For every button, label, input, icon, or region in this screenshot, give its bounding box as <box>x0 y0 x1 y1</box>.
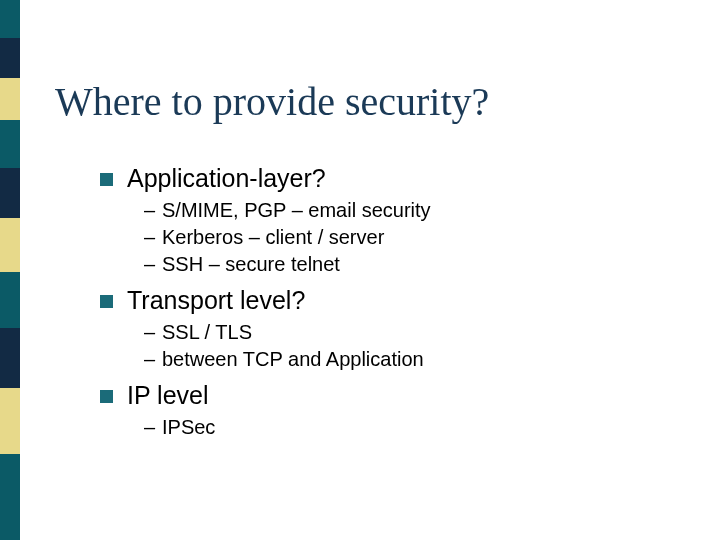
sub-bullet: –between TCP and Application <box>144 346 660 373</box>
deco-stripe <box>0 38 20 78</box>
sub-bullet: –IPSec <box>144 414 660 441</box>
deco-stripe <box>0 328 20 388</box>
sub-list: –S/MIME, PGP – email security –Kerberos … <box>144 197 660 278</box>
deco-stripe <box>0 388 20 454</box>
bullet-level1: Transport level? <box>100 286 660 315</box>
deco-stripe <box>0 272 20 328</box>
deco-stripe <box>0 218 20 272</box>
deco-stripe <box>0 120 20 168</box>
sub-bullet-text: S/MIME, PGP – email security <box>162 199 431 221</box>
sub-bullet-text: SSL / TLS <box>162 321 252 343</box>
sub-bullet: –SSL / TLS <box>144 319 660 346</box>
sub-bullet-text: IPSec <box>162 416 215 438</box>
sub-list: –SSL / TLS –between TCP and Application <box>144 319 660 373</box>
sub-list: –IPSec <box>144 414 660 441</box>
sub-bullet-text: Kerberos – client / server <box>162 226 384 248</box>
bullet-text: Application-layer? <box>127 164 326 193</box>
bullet-level1: IP level <box>100 381 660 410</box>
deco-stripe <box>0 78 20 120</box>
deco-stripe <box>0 454 20 540</box>
slide-title: Where to provide security? <box>55 78 489 125</box>
sub-bullet: –Kerberos – client / server <box>144 224 660 251</box>
bullet-text: IP level <box>127 381 209 410</box>
sub-bullet: –SSH – secure telnet <box>144 251 660 278</box>
bullet-level1: Application-layer? <box>100 164 660 193</box>
slide-body: Application-layer? –S/MIME, PGP – email … <box>100 158 660 449</box>
square-bullet-icon <box>100 173 113 186</box>
sub-bullet-text: between TCP and Application <box>162 348 424 370</box>
square-bullet-icon <box>100 295 113 308</box>
sub-bullet: –S/MIME, PGP – email security <box>144 197 660 224</box>
square-bullet-icon <box>100 390 113 403</box>
sub-bullet-text: SSH – secure telnet <box>162 253 340 275</box>
bullet-text: Transport level? <box>127 286 305 315</box>
slide: Where to provide security? Application-l… <box>0 0 720 540</box>
deco-stripe <box>0 168 20 218</box>
deco-stripe <box>0 0 20 38</box>
